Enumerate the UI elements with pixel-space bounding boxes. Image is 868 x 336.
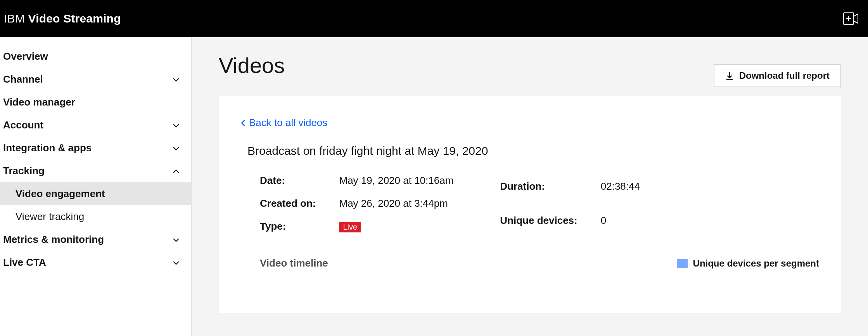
- timeline-heading: Video timeline: [260, 257, 328, 269]
- duration-value: 02:38:44: [601, 180, 640, 192]
- back-link[interactable]: Back to all videos: [240, 117, 327, 129]
- chevron-down-icon: [172, 258, 180, 267]
- unique-devices-label: Unique devices:: [500, 215, 577, 227]
- timeline-row: Video timeline Unique devices per segmen…: [260, 257, 819, 269]
- sidebar-item-tracking[interactable]: Tracking: [0, 159, 191, 182]
- download-report-button[interactable]: Download full report: [714, 64, 841, 87]
- legend-label: Unique devices per segment: [693, 258, 819, 269]
- sidebar-item-video-engagement[interactable]: Video engagement: [0, 182, 191, 205]
- brand-prefix: IBM: [4, 12, 25, 25]
- sidebar-item-integration[interactable]: Integration & apps: [0, 137, 191, 159]
- sidebar-item-overview[interactable]: Overview: [0, 45, 191, 68]
- sidebar-item-label: Channel: [3, 73, 43, 85]
- chevron-up-icon: [172, 167, 180, 175]
- date-value: May 19, 2020 at 10:16am: [339, 175, 453, 187]
- brand-main: Video Streaming: [28, 12, 121, 25]
- legend: Unique devices per segment: [677, 258, 819, 269]
- duration-label: Duration:: [500, 180, 577, 192]
- created-label: Created on:: [260, 197, 316, 210]
- sidebar-item-label: Metrics & monitoring: [3, 234, 104, 246]
- chevron-down-icon: [172, 121, 180, 130]
- chevron-left-icon: [240, 119, 246, 127]
- sidebar-item-viewer-tracking[interactable]: Viewer tracking: [0, 205, 191, 228]
- sidebar-item-label: Integration & apps: [3, 142, 92, 154]
- date-label: Date:: [260, 175, 316, 187]
- created-value: May 26, 2020 at 3:44pm: [339, 197, 453, 210]
- back-link-label: Back to all videos: [249, 117, 327, 129]
- sidebar-item-label: Tracking: [3, 165, 45, 177]
- content-card: Back to all videos Broadcast on friday f…: [219, 96, 841, 313]
- sidebar-item-label: Overview: [3, 50, 48, 62]
- download-icon: [725, 71, 734, 80]
- legend-swatch: [677, 259, 688, 268]
- sidebar-item-label: Video engagement: [16, 188, 105, 200]
- sidebar-item-metrics[interactable]: Metrics & monitoring: [0, 228, 191, 251]
- sidebar-item-live-cta[interactable]: Live CTA: [0, 251, 191, 274]
- video-title: Broadcast on friday fight night at May 1…: [247, 144, 819, 158]
- sidebar-item-channel[interactable]: Channel: [0, 68, 191, 91]
- brand: IBM Video Streaming: [4, 12, 121, 25]
- sidebar-item-label: Live CTA: [3, 256, 46, 268]
- video-meta: Date: May 19, 2020 at 10:16am Created on…: [260, 175, 819, 232]
- sidebar-item-video-manager[interactable]: Video manager: [0, 91, 191, 114]
- sidebar-item-label: Account: [3, 119, 43, 131]
- sidebar-item-account[interactable]: Account: [0, 114, 191, 137]
- chevron-down-icon: [172, 144, 180, 152]
- type-label: Type:: [260, 220, 316, 232]
- sidebar-item-label: Viewer tracking: [16, 211, 84, 223]
- sidebar: Overview Channel Video manager Account I…: [0, 37, 192, 336]
- unique-devices-value: 0: [601, 215, 640, 227]
- sidebar-item-label: Video manager: [3, 96, 75, 108]
- page-title: Videos: [219, 53, 285, 78]
- main-content: Videos Download full report Back to all …: [192, 37, 868, 336]
- top-bar: IBM Video Streaming: [0, 0, 868, 37]
- live-badge: Live: [339, 222, 361, 232]
- chevron-down-icon: [172, 236, 180, 244]
- chevron-down-icon: [172, 75, 180, 84]
- add-video-icon[interactable]: [842, 9, 860, 28]
- download-button-label: Download full report: [739, 70, 830, 81]
- type-value: Live: [339, 220, 453, 232]
